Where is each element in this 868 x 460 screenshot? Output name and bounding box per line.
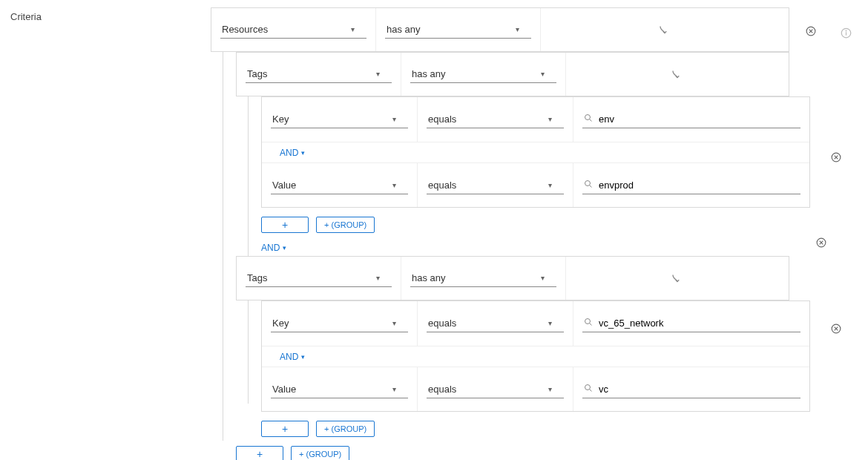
chevron-down-icon: ▾ xyxy=(376,274,380,282)
key-value-input[interactable] xyxy=(582,111,800,128)
operator-value: has any xyxy=(412,68,446,79)
operator-value: has any xyxy=(412,272,446,283)
field-dropdown[interactable]: Tags ▾ xyxy=(246,269,392,287)
chevron-down-icon: ▾ xyxy=(541,274,545,282)
and-label: AND xyxy=(280,352,298,362)
field-value: Resources xyxy=(222,24,268,35)
chevron-down-icon: ▾ xyxy=(392,181,396,189)
delete-row-icon[interactable] xyxy=(816,237,826,248)
value-op-value: equals xyxy=(428,384,456,395)
expand-icon[interactable] xyxy=(658,23,671,36)
value-value-input[interactable] xyxy=(582,177,800,194)
kv-group: Key ▾ equals ▾ xyxy=(261,300,810,412)
and-label: AND xyxy=(261,243,280,253)
add-group-button[interactable]: + (GROUP) xyxy=(291,446,349,460)
chevron-down-icon: ▾ xyxy=(392,115,396,123)
chevron-down-icon: ▾ xyxy=(548,319,552,327)
key-value-input[interactable] xyxy=(582,315,800,332)
value-op-value: equals xyxy=(428,180,456,191)
add-group-button[interactable]: + (GROUP) xyxy=(316,421,375,437)
chevron-down-icon: ▾ xyxy=(548,115,552,123)
key-op-dropdown[interactable]: equals ▾ xyxy=(427,315,564,332)
operator-dropdown[interactable]: has any ▾ xyxy=(410,269,556,287)
key-op-value: equals xyxy=(428,114,456,125)
key-field-value: Key xyxy=(272,318,289,329)
chevron-down-icon: ▾ xyxy=(351,25,355,33)
criteria-row: Resources ▾ has any ▾ xyxy=(211,7,789,52)
value-field-dropdown[interactable]: Value ▾ xyxy=(271,177,408,194)
operator-value: has any xyxy=(387,24,421,35)
chevron-down-icon: ▾ xyxy=(376,70,380,78)
chevron-down-icon: ▾ xyxy=(283,244,286,252)
chevron-down-icon: ▾ xyxy=(516,25,519,33)
key-field-value: Key xyxy=(272,114,289,125)
chevron-down-icon: ▾ xyxy=(548,181,552,189)
chevron-down-icon: ▾ xyxy=(301,353,305,361)
key-field-dropdown[interactable]: Key ▾ xyxy=(271,111,408,128)
and-operator-toggle[interactable]: AND ▾ xyxy=(261,243,286,253)
criteria-row: Tags ▾ has any ▾ xyxy=(236,52,789,96)
add-button[interactable]: + xyxy=(261,421,309,437)
delete-row-icon[interactable] xyxy=(831,152,841,162)
operator-dropdown[interactable]: has any ▾ xyxy=(385,21,531,39)
value-field-value: Value xyxy=(272,384,296,395)
chevron-down-icon: ▾ xyxy=(548,385,552,393)
info-icon[interactable] xyxy=(841,27,852,39)
add-group-button[interactable]: + (GROUP) xyxy=(316,217,375,233)
value-value-input[interactable] xyxy=(582,381,800,398)
expand-icon[interactable] xyxy=(671,68,684,81)
field-dropdown[interactable]: Resources ▾ xyxy=(220,21,366,39)
key-field-dropdown[interactable]: Key ▾ xyxy=(271,315,408,332)
and-operator-toggle[interactable]: AND ▾ xyxy=(280,352,305,362)
value-field-value: Value xyxy=(272,180,296,191)
key-op-dropdown[interactable]: equals ▾ xyxy=(427,111,564,128)
key-op-value: equals xyxy=(428,318,456,329)
add-button[interactable]: + xyxy=(236,446,283,460)
field-value: Tags xyxy=(247,68,267,79)
chevron-down-icon: ▾ xyxy=(301,149,305,157)
value-field-dropdown[interactable]: Value ▾ xyxy=(271,381,408,398)
chevron-down-icon: ▾ xyxy=(541,70,545,78)
and-operator-toggle[interactable]: AND ▾ xyxy=(280,148,305,158)
value-op-dropdown[interactable]: equals ▾ xyxy=(427,177,564,194)
kv-group: Key ▾ equals ▾ xyxy=(261,96,810,208)
field-value: Tags xyxy=(247,272,267,283)
field-dropdown[interactable]: Tags ▾ xyxy=(246,65,392,83)
expand-icon[interactable] xyxy=(671,272,684,285)
operator-dropdown[interactable]: has any ▾ xyxy=(410,65,556,83)
add-button[interactable]: + xyxy=(261,217,309,233)
chevron-down-icon: ▾ xyxy=(392,385,396,393)
svg-point-2 xyxy=(846,30,846,31)
section-label: Criteria xyxy=(10,11,42,22)
delete-row-icon[interactable] xyxy=(831,323,841,334)
chevron-down-icon: ▾ xyxy=(392,319,396,327)
criteria-row: Tags ▾ has any ▾ xyxy=(236,256,789,300)
value-op-dropdown[interactable]: equals ▾ xyxy=(427,381,564,398)
and-label: AND xyxy=(280,148,298,158)
